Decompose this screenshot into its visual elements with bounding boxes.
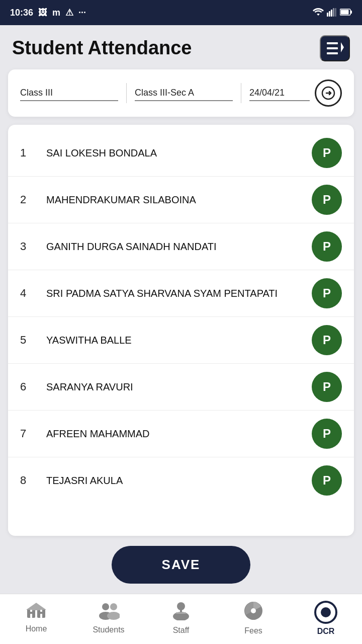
student-name: SRI PADMA SATYA SHARVANA SYAM PENTAPATI	[46, 287, 304, 300]
student-number: 1	[20, 146, 38, 159]
student-name: TEJASRI AKULA	[46, 474, 304, 487]
students-icon	[98, 602, 120, 622]
svg-rect-28	[176, 612, 186, 614]
attendance-button[interactable]: P	[312, 419, 342, 449]
student-row: 2 MAHENDRAKUMAR SILABOINA P	[8, 177, 354, 223]
student-name: SAI LOKESH BONDALA	[46, 146, 304, 159]
svg-rect-20	[32, 609, 40, 610]
nav-item-fees[interactable]: Fees	[217, 601, 290, 635]
dcr-icon	[314, 601, 337, 624]
nav-label-fees: Fees	[244, 626, 262, 635]
svg-rect-0	[327, 13, 328, 17]
attendance-button[interactable]: P	[312, 138, 342, 168]
attendance-button[interactable]: P	[312, 231, 342, 262]
header: Student Attendance	[0, 25, 362, 69]
svg-rect-18	[40, 614, 42, 618]
svg-point-23	[110, 603, 117, 610]
student-name: AFREEN MAHAMMAD	[46, 427, 304, 440]
student-name: YASWITHA BALLE	[46, 334, 304, 347]
student-number: 3	[20, 240, 38, 253]
date-field	[249, 86, 310, 101]
student-row: 3 GANITH DURGA SAINADH NANDATI P	[8, 223, 354, 270]
svg-point-24	[107, 612, 120, 620]
attendance-button[interactable]: P	[312, 465, 342, 496]
filter-card	[8, 69, 354, 117]
students-list-card: 1 SAI LOKESH BONDALA P 2 MAHENDRAKUMAR S…	[8, 125, 354, 536]
student-row: 5 YASWITHA BALLE P	[8, 317, 354, 364]
status-more-icon: ···	[78, 8, 86, 18]
student-number: 6	[20, 380, 38, 393]
svg-rect-16	[40, 610, 42, 612]
status-photo-icon: 🖼	[38, 8, 47, 18]
svg-rect-2	[331, 10, 332, 17]
nav-item-home[interactable]: Home	[0, 603, 72, 633]
nav-item-dcr[interactable]: DCR	[290, 601, 362, 636]
svg-rect-7	[341, 10, 349, 14]
svg-rect-4	[335, 8, 336, 17]
nav-label-students: Students	[93, 625, 124, 634]
svg-rect-10	[327, 52, 338, 54]
battery-icon	[340, 9, 352, 17]
svg-rect-3	[333, 8, 334, 17]
svg-rect-17	[30, 614, 32, 618]
student-number: 8	[20, 474, 38, 487]
filter-divider-2	[241, 83, 241, 103]
attendance-button[interactable]: P	[312, 278, 342, 308]
staff-icon	[171, 601, 191, 623]
status-time: 10:36	[10, 8, 33, 18]
list-icon	[326, 39, 344, 57]
nav-label-staff: Staff	[173, 626, 190, 635]
signal-icon	[327, 8, 337, 18]
svg-point-29	[251, 608, 256, 613]
class-field	[20, 86, 118, 101]
save-section: SAVE	[0, 536, 362, 594]
page-title: Student Attendance	[12, 38, 192, 59]
bottom-nav: Home Students Staff	[0, 594, 362, 644]
student-name: SARANYA RAVURI	[46, 380, 304, 393]
svg-marker-11	[341, 42, 344, 52]
attendance-button[interactable]: P	[312, 185, 342, 215]
svg-marker-19	[26, 603, 46, 610]
fees-icon	[243, 601, 263, 623]
date-input[interactable]	[249, 86, 310, 101]
status-m-icon: m	[52, 8, 60, 18]
student-row: 7 AFREEN MAHAMMAD P	[8, 411, 354, 457]
student-row: 6 SARANYA RAVURI P	[8, 364, 354, 411]
status-bar: 10:36 🖼 m ⚠ ···	[0, 0, 362, 25]
student-name: GANITH DURGA SAINADH NANDATI	[46, 240, 304, 253]
nav-item-students[interactable]: Students	[72, 602, 145, 634]
section-field	[135, 86, 233, 101]
student-row: 8 TEJASRI AKULA P	[8, 457, 354, 504]
status-warning-icon: ⚠	[65, 7, 73, 18]
nav-item-staff[interactable]: Staff	[145, 601, 217, 635]
svg-rect-9	[327, 47, 338, 49]
attendance-button[interactable]: P	[312, 325, 342, 355]
filter-divider-1	[126, 83, 127, 103]
svg-point-21	[102, 603, 109, 610]
save-button[interactable]: SAVE	[112, 546, 251, 584]
svg-point-25	[177, 602, 185, 610]
svg-rect-8	[327, 42, 338, 44]
student-row: 4 SRI PADMA SATYA SHARVANA SYAM PENTAPAT…	[8, 270, 354, 317]
student-number: 2	[20, 193, 38, 206]
nav-label-home: Home	[26, 624, 47, 633]
attendance-button[interactable]: P	[312, 372, 342, 402]
svg-rect-6	[350, 11, 352, 14]
student-name: MAHENDRAKUMAR SILABOINA	[46, 193, 304, 206]
student-row: 1 SAI LOKESH BONDALA P	[8, 130, 354, 177]
student-number: 5	[20, 334, 38, 347]
section-input[interactable]	[135, 86, 233, 101]
wifi-icon	[313, 8, 324, 18]
svg-rect-15	[30, 610, 32, 612]
home-icon	[26, 603, 46, 621]
arrow-right-icon	[321, 86, 335, 100]
nav-label-dcr: DCR	[317, 627, 335, 636]
student-number: 7	[20, 427, 38, 440]
menu-button[interactable]	[320, 35, 350, 61]
student-number: 4	[20, 287, 38, 300]
class-input[interactable]	[20, 86, 118, 101]
svg-rect-1	[329, 11, 330, 17]
go-button[interactable]	[315, 79, 342, 107]
